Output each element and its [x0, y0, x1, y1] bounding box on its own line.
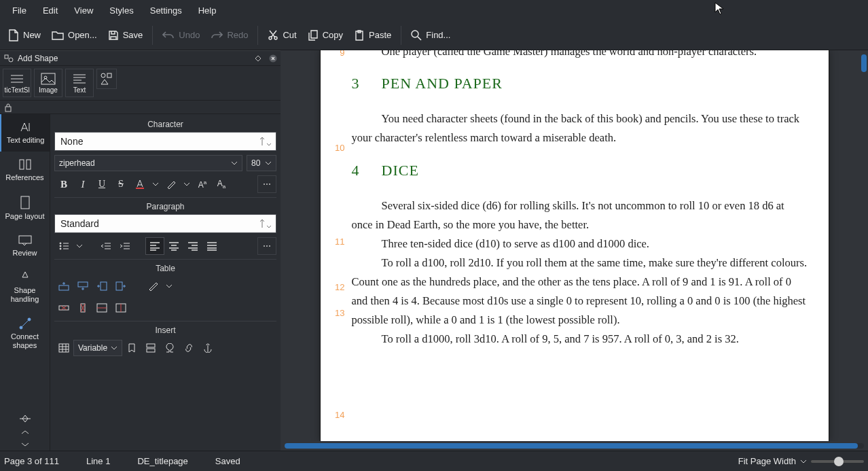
- tab-references[interactable]: References: [0, 152, 50, 189]
- table-insert-row-below[interactable]: [73, 277, 92, 295]
- document-area: 9 One player (called the Game Master) ma…: [281, 50, 868, 451]
- copy-icon: [308, 30, 319, 41]
- combo-steppers[interactable]: [259, 219, 272, 228]
- menu-edit[interactable]: Edit: [36, 3, 65, 18]
- shape-text[interactable]: Text: [65, 69, 94, 97]
- table-border-dropdown[interactable]: [163, 277, 175, 295]
- tab-label: Text editing: [7, 136, 45, 145]
- font-family-select[interactable]: ziperhead: [54, 155, 242, 171]
- italic-button[interactable]: I: [73, 175, 92, 193]
- insert-anchor[interactable]: [198, 339, 217, 357]
- table-row1: [54, 277, 276, 295]
- shape-basic-shapes[interactable]: [96, 69, 117, 89]
- chevron-down-icon: [111, 346, 117, 350]
- char-style-value: None: [60, 136, 83, 147]
- menubar: File Edit View Styles Settings Help: [0, 0, 868, 20]
- add-shape-title: Add Shape: [18, 54, 58, 63]
- combo-steppers[interactable]: [259, 137, 272, 146]
- status-page[interactable]: Page 3 of 111: [4, 456, 59, 466]
- table-border-button[interactable]: [144, 277, 163, 295]
- body-text: Three ten-sided dice (d10) to serve as d…: [352, 234, 808, 254]
- menu-view[interactable]: View: [67, 3, 100, 18]
- find-button[interactable]: Find...: [405, 26, 456, 45]
- menu-settings[interactable]: Settings: [143, 3, 189, 18]
- detach-icon[interactable]: [251, 55, 266, 62]
- align-justify-button[interactable]: [202, 237, 221, 255]
- vertical-scrollbar[interactable]: [861, 54, 867, 72]
- document-viewport[interactable]: 9 One player (called the Game Master) ma…: [281, 50, 868, 441]
- highlight-dropdown[interactable]: [181, 175, 193, 193]
- insert-bookmark[interactable]: [122, 339, 141, 357]
- bold-button[interactable]: B: [54, 175, 73, 193]
- para-style-value: Standard: [60, 218, 99, 229]
- redo-button[interactable]: Redo: [205, 26, 253, 44]
- zoom-slider[interactable]: [811, 460, 864, 463]
- close-icon[interactable]: [266, 54, 281, 63]
- svg-rect-4: [41, 73, 55, 84]
- tab-review[interactable]: Review: [0, 228, 50, 264]
- scroll-up-icon[interactable]: [0, 426, 50, 438]
- variable-select[interactable]: Variable: [73, 340, 122, 356]
- text-color-dropdown[interactable]: [149, 175, 162, 193]
- svg-point-0: [412, 31, 418, 37]
- insert-pagebreak[interactable]: [141, 339, 160, 357]
- zoom-control[interactable]: Fit Page Width: [738, 456, 864, 466]
- line-number: 11: [326, 234, 345, 249]
- table-delete-col[interactable]: [73, 299, 92, 317]
- subscript-button[interactable]: Aa: [212, 175, 231, 193]
- heading-number: 4: [352, 158, 382, 183]
- insert-table-button[interactable]: [54, 339, 73, 357]
- insert-special-char[interactable]: [160, 339, 179, 357]
- highlight-button[interactable]: [162, 175, 181, 193]
- strike-button[interactable]: S: [111, 175, 130, 193]
- cut-button[interactable]: Cut: [262, 26, 302, 45]
- section-insert: Insert: [54, 326, 276, 335]
- tab-label: Page layout: [5, 212, 44, 221]
- paste-button[interactable]: Paste: [348, 26, 397, 45]
- menu-styles[interactable]: Styles: [103, 3, 140, 18]
- font-size-select[interactable]: 80: [247, 155, 276, 171]
- superscript-button[interactable]: Aa: [193, 175, 212, 193]
- align-center-button[interactable]: [164, 237, 183, 255]
- shape-artistic-text[interactable]: ticTextSl: [3, 69, 31, 97]
- new-file-icon: [8, 29, 19, 41]
- para-more-button[interactable]: ⋯: [257, 237, 276, 255]
- scroll-down-icon[interactable]: [0, 438, 50, 451]
- table-split-cells[interactable]: [111, 299, 130, 317]
- table-insert-col-right[interactable]: [111, 277, 130, 295]
- lock-icon[interactable]: [4, 103, 12, 112]
- copy-button[interactable]: Copy: [302, 26, 348, 45]
- undo-icon: [162, 31, 175, 40]
- horizontal-scrollbar[interactable]: [281, 441, 868, 451]
- char-more-button[interactable]: ⋯: [257, 175, 276, 193]
- insert-link[interactable]: [179, 339, 198, 357]
- variable-label: Variable: [78, 343, 107, 353]
- tab-shape-handling[interactable]: Shape handling: [0, 264, 50, 311]
- new-button[interactable]: New: [3, 25, 46, 46]
- indent-increase-button[interactable]: [115, 237, 134, 255]
- table-merge-cells[interactable]: [92, 299, 111, 317]
- align-left-button[interactable]: [145, 237, 164, 255]
- table-delete-row[interactable]: [54, 299, 73, 317]
- menu-file[interactable]: File: [5, 3, 33, 18]
- tab-page-layout[interactable]: Page layout: [0, 189, 50, 228]
- toolbar-separator: [257, 26, 258, 45]
- menu-help[interactable]: Help: [192, 3, 223, 18]
- tab-text-editing[interactable]: Text editing: [0, 114, 50, 152]
- open-button[interactable]: Open...: [46, 26, 103, 45]
- undo-button[interactable]: Undo: [157, 26, 205, 44]
- char-style-combo[interactable]: None: [54, 132, 276, 151]
- align-right-button[interactable]: [183, 237, 202, 255]
- shape-image[interactable]: Image: [34, 69, 62, 97]
- tab-connect-shapes[interactable]: Connect shapes: [0, 311, 50, 357]
- save-button[interactable]: Save: [103, 26, 149, 45]
- table-insert-row-above[interactable]: [54, 277, 73, 295]
- para-style-combo[interactable]: Standard: [54, 214, 276, 233]
- table-insert-col-left[interactable]: [92, 277, 111, 295]
- tab-transform[interactable]: [0, 411, 50, 426]
- list-dropdown[interactable]: [73, 237, 86, 255]
- underline-button[interactable]: U: [92, 175, 111, 193]
- indent-decrease-button[interactable]: [96, 237, 115, 255]
- list-button[interactable]: [54, 237, 73, 255]
- text-color-button[interactable]: [130, 175, 149, 193]
